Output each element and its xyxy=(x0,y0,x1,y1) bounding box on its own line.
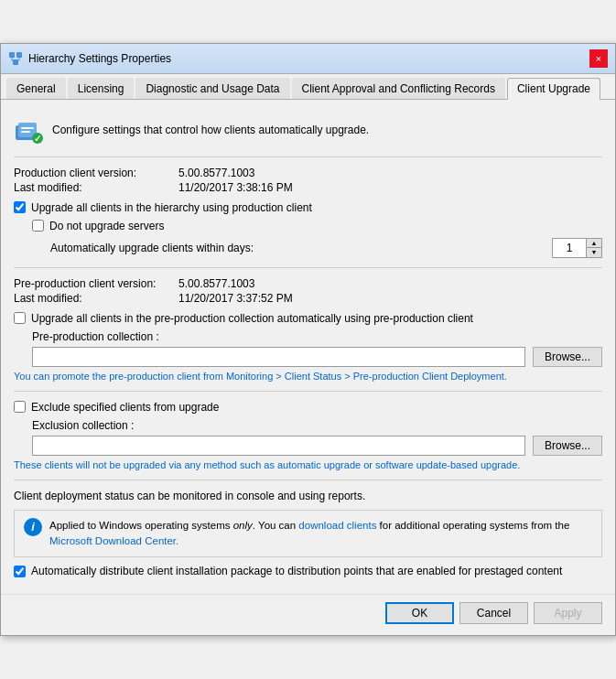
tab-licensing[interactable]: Licensing xyxy=(68,78,135,99)
info-banner: ✓ Configure settings that control how cl… xyxy=(14,111,602,157)
microsoft-download-link[interactable]: Microsoft Download Center. xyxy=(49,535,178,546)
divider-1 xyxy=(14,267,602,268)
indent-section-1: Do not upgrade servers Automatically upg… xyxy=(32,220,602,258)
pre-production-browse-button[interactable]: Browse... xyxy=(533,347,602,367)
upgrade-pre-checkbox-row: Upgrade all clients in the pre-productio… xyxy=(14,312,602,325)
exclusion-browse-button[interactable]: Browse... xyxy=(533,436,602,456)
window-icon xyxy=(8,51,23,66)
auto-distribute-checkbox[interactable] xyxy=(14,566,26,577)
info-box-text: Applied to Windows operating systems onl… xyxy=(49,518,592,550)
apply-button[interactable]: Apply xyxy=(534,602,602,624)
exclusion-info-text: These clients will not be upgraded via a… xyxy=(14,459,602,470)
svg-rect-10 xyxy=(21,131,30,133)
pre-production-collection-row: Browse... xyxy=(32,347,602,367)
divider-2 xyxy=(14,391,602,392)
title-bar: Hierarchy Settings Properties × xyxy=(1,44,615,74)
spinner-buttons: ▲ ▼ xyxy=(586,239,601,257)
exclusion-collection-row: Browse... xyxy=(32,436,602,456)
ok-button[interactable]: OK xyxy=(385,602,454,624)
production-version-value: 5.00.8577.1003 xyxy=(178,167,254,179)
info-icon: i xyxy=(24,518,42,536)
auto-upgrade-label: Automatically upgrade clients within day… xyxy=(50,242,552,254)
pre-production-info-span: You can promote the pre-production clien… xyxy=(14,371,507,382)
title-bar-left: Hierarchy Settings Properties xyxy=(8,51,171,66)
window-title: Hierarchy Settings Properties xyxy=(28,52,171,65)
upgrade-all-label[interactable]: Upgrade all clients in the hierarchy usi… xyxy=(31,201,312,214)
svg-text:✓: ✓ xyxy=(34,134,41,144)
exclude-checkbox[interactable] xyxy=(14,401,26,413)
spinner-down-button[interactable]: ▼ xyxy=(587,248,601,257)
pre-production-version-label: Pre-production client version: xyxy=(14,277,178,290)
production-modified-label: Last modified: xyxy=(14,181,178,194)
spinner-up-button[interactable]: ▲ xyxy=(587,239,601,248)
do-not-upgrade-label[interactable]: Do not upgrade servers xyxy=(49,220,164,232)
tab-diagnostic[interactable]: Diagnostic and Usage Data xyxy=(135,78,289,99)
auto-upgrade-row: Automatically upgrade clients within day… xyxy=(50,238,602,258)
tab-client-upgrade[interactable]: Client Upgrade xyxy=(507,78,600,100)
banner-icon: ✓ xyxy=(14,118,43,147)
pre-production-collection-input[interactable] xyxy=(32,347,525,367)
upgrade-all-checkbox-row: Upgrade all clients in the hierarchy usi… xyxy=(14,201,602,214)
divider-3 xyxy=(14,480,602,480)
pre-production-modified-row: Last modified: 11/20/2017 3:37:52 PM xyxy=(14,292,602,305)
dialog-window: Hierarchy Settings Properties × General … xyxy=(0,43,616,637)
svg-rect-1 xyxy=(16,52,22,58)
exclusion-collection-label: Exclusion collection : xyxy=(32,419,602,432)
pre-production-collection-label: Pre-production collection : xyxy=(32,330,602,343)
auto-distribute-label[interactable]: Automatically distribute client installa… xyxy=(31,565,562,577)
tab-bar: General Licensing Diagnostic and Usage D… xyxy=(1,74,615,100)
upgrade-pre-checkbox[interactable] xyxy=(14,312,26,324)
status-label: Client deployment status can be monitore… xyxy=(14,490,602,502)
button-row: OK Cancel Apply xyxy=(1,594,615,635)
exclusion-info-span: These clients will not be upgraded via a… xyxy=(14,459,520,470)
production-version-label: Production client version: xyxy=(14,167,178,179)
exclude-checkbox-row: Exclude specified clients from upgrade xyxy=(14,401,602,414)
exclusion-collection-input[interactable] xyxy=(32,436,525,456)
tab-general[interactable]: General xyxy=(6,78,66,99)
info-box: i Applied to Windows operating systems o… xyxy=(14,510,602,558)
pre-production-version-row: Pre-production client version: 5.00.8577… xyxy=(14,277,602,290)
do-not-upgrade-checkbox[interactable] xyxy=(32,220,44,232)
pre-production-modified-label: Last modified: xyxy=(14,292,178,305)
pre-production-modified-value: 11/20/2017 3:37:52 PM xyxy=(178,292,293,305)
exclude-label[interactable]: Exclude specified clients from upgrade xyxy=(31,401,219,414)
download-clients-link[interactable]: download clients xyxy=(298,520,376,531)
close-button[interactable]: × xyxy=(589,49,608,68)
pre-production-version-value: 5.00.8577.1003 xyxy=(178,277,254,290)
banner-text: Configure settings that control how clie… xyxy=(52,118,369,136)
cancel-button[interactable]: Cancel xyxy=(459,602,528,624)
production-modified-row: Last modified: 11/20/2017 3:38:16 PM xyxy=(14,181,602,194)
svg-rect-9 xyxy=(21,127,34,129)
upgrade-all-checkbox[interactable] xyxy=(14,201,26,213)
tab-content: ✓ Configure settings that control how cl… xyxy=(1,100,615,595)
production-version-row: Production client version: 5.00.8577.100… xyxy=(14,167,602,179)
production-modified-value: 11/20/2017 3:38:16 PM xyxy=(178,181,293,194)
spinner-control: ▲ ▼ xyxy=(552,238,602,258)
do-not-upgrade-checkbox-row: Do not upgrade servers xyxy=(32,220,602,232)
tab-client-approval[interactable]: Client Approval and Conflicting Records xyxy=(292,78,505,99)
svg-rect-0 xyxy=(9,52,15,58)
auto-distribute-checkbox-row: Automatically distribute client installa… xyxy=(14,565,602,577)
upgrade-pre-label[interactable]: Upgrade all clients in the pre-productio… xyxy=(31,312,473,325)
days-spinner-input[interactable] xyxy=(553,239,586,257)
pre-production-info-text: You can promote the pre-production clien… xyxy=(14,371,602,382)
